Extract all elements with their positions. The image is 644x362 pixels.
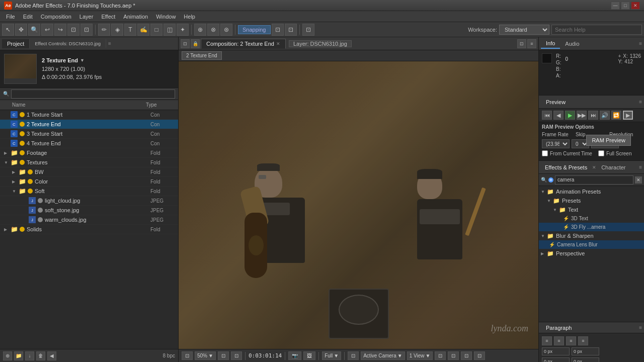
tab-audio[interactable]: Audio — [560, 39, 584, 48]
view-dropdown[interactable]: 1 View ▼ — [407, 351, 433, 360]
effects-group-text[interactable]: ▼ 📁 Text — [539, 205, 644, 214]
comp-tab-2texture-end[interactable]: Composition: 2 Texture End ✕ — [201, 39, 286, 49]
tool-brush[interactable]: ◈ — [111, 24, 123, 36]
snapshot-btn[interactable]: 📷 — [288, 351, 301, 360]
tree-item-solids[interactable]: ▶ 📁 Solids Fold — [0, 225, 178, 234]
tab-effects-presets[interactable]: Effects & Presets — [541, 163, 591, 172]
tool-extra1[interactable]: ⊕ — [194, 24, 206, 36]
minimize-button[interactable]: — — [611, 2, 620, 10]
tab-preview[interactable]: Preview — [541, 98, 571, 107]
tree-item-warm-clouds[interactable]: J warm_clouds.jpg JPEG — [0, 215, 178, 225]
tool-paint[interactable]: ◫ — [164, 24, 176, 36]
viewer-settings-btn[interactable]: ⊡ — [181, 39, 190, 48]
menu-animation[interactable]: Animation — [119, 11, 152, 22]
from-current-check[interactable] — [542, 150, 548, 156]
search-help-input[interactable] — [551, 25, 642, 35]
fit-button[interactable]: ⊡ — [218, 351, 229, 360]
tab-effect-controls[interactable]: Effect Controls: DSCN6310.jpg — [30, 39, 106, 48]
audio-btn[interactable]: 🔊 — [600, 111, 610, 120]
justify-btn[interactable]: ≡ — [578, 336, 588, 345]
nav-back[interactable]: ◀ — [47, 351, 56, 360]
menu-window[interactable]: Window — [152, 11, 180, 22]
tool-snap2[interactable]: ⊡ — [272, 24, 284, 36]
effects-group-blur-sharpen[interactable]: ▼ 📁 Blur & Sharpen — [539, 231, 644, 240]
indent-val-4[interactable]: 0 px — [572, 357, 599, 362]
comp-icon-1[interactable]: ⊡ — [517, 39, 526, 48]
tree-item-4texture-end[interactable]: C 4 Texture End Con — [0, 139, 178, 148]
menu-effect[interactable]: Effect — [97, 11, 119, 22]
tool-extra2[interactable]: ⊗ — [207, 24, 219, 36]
effects-filter-icon[interactable]: ⊕ — [548, 177, 553, 183]
maximize-button[interactable]: □ — [621, 2, 630, 10]
pixel-aspect-btn[interactable]: ⊡ — [231, 351, 242, 360]
tree-item-3texture-start[interactable]: C 3 Texture Start Con — [0, 129, 178, 139]
tab-character[interactable]: Character — [597, 163, 629, 172]
tab-info[interactable]: Info — [541, 39, 560, 49]
project-panel-menu[interactable]: ≡ — [106, 40, 113, 47]
tool-render[interactable]: ⊡ — [67, 24, 79, 36]
workspace-dropdown[interactable]: Standard — [499, 25, 549, 35]
ram-preview-btn[interactable]: ▶ RAM Preview — [623, 111, 633, 120]
comp-tab-close[interactable]: ✕ — [276, 41, 280, 46]
viewer[interactable]: lynda.com — [179, 61, 538, 349]
frame-rate-select[interactable]: (23.98) — [542, 139, 570, 148]
menu-file[interactable]: File — [2, 11, 19, 22]
menu-layer[interactable]: Layer — [75, 11, 98, 22]
viewer-lock-btn[interactable]: 🔒 — [191, 39, 200, 48]
effects-group-perspective[interactable]: ▶ 📁 Perspective — [539, 249, 644, 258]
tool-puppet[interactable]: ✦ — [177, 24, 189, 36]
effects-item-3d-fly-camera[interactable]: ⚡ 3D Fly ...amera — [539, 223, 644, 231]
tool-type[interactable]: T — [124, 24, 136, 36]
tool-undo[interactable]: ↩ — [41, 24, 53, 36]
tree-item-textures[interactable]: ▼ 📁 Textures Fold — [0, 158, 178, 167]
align-center-btn[interactable]: ≡ — [554, 336, 564, 345]
effects-item-camera-lens-blur[interactable]: ⚡ Camera Lens Blur — [539, 240, 644, 249]
time-display[interactable]: 0:03:01:14 — [249, 352, 282, 359]
first-frame-btn[interactable]: ⏮ — [542, 111, 552, 120]
indent-val-3[interactable]: 0 px — [542, 357, 570, 362]
info-panel-menu[interactable]: ≡ — [639, 41, 642, 46]
tool-hand[interactable]: ✍ — [137, 24, 149, 36]
view-render-btn[interactable]: ⊡ — [461, 351, 472, 360]
zoom-dropdown[interactable]: 50% ▼ — [195, 351, 216, 360]
tool-layer-select[interactable]: ⊡ — [302, 24, 314, 36]
import-button[interactable]: ↓ — [25, 351, 34, 360]
menu-help[interactable]: Help — [180, 11, 199, 22]
tree-item-footage[interactable]: ▶ 📁 Footage Fold — [0, 148, 178, 158]
preview-panel-menu[interactable]: ≡ — [639, 99, 642, 105]
play-btn[interactable]: ▶ — [565, 111, 575, 120]
loop-btn[interactable]: 🔁 — [611, 111, 621, 120]
new-folder-button[interactable]: 📁 — [14, 351, 23, 360]
tool-snap3[interactable]: ⊡ — [285, 24, 297, 36]
layer-tab[interactable]: Layer: DSCN6310.jpg — [289, 40, 352, 47]
tool-redo[interactable]: ↪ — [54, 24, 66, 36]
show-snapshot-btn[interactable]: 🖼 — [303, 351, 315, 360]
view-layout-btn[interactable]: ⊡ — [435, 351, 446, 360]
indent-val-2[interactable]: 0 px — [572, 347, 599, 355]
effects-group-presets[interactable]: ▼ 📁 Presets — [539, 196, 644, 205]
effects-search-input[interactable] — [555, 175, 633, 185]
tab-paragraph[interactable]: Paragraph — [541, 323, 577, 332]
full-screen-check[interactable] — [598, 150, 604, 156]
tool-move[interactable]: ✥ — [15, 24, 27, 36]
tool-shape[interactable]: □ — [150, 24, 163, 36]
project-search-input[interactable] — [11, 89, 175, 99]
view-opt-btn[interactable]: ⊡ — [448, 351, 459, 360]
delete-button[interactable]: 🗑 — [36, 351, 45, 360]
indent-val-1[interactable]: 0 px — [542, 347, 570, 355]
snapping-toggle[interactable]: Snapping — [238, 25, 271, 34]
next-frame-btn[interactable]: ▶▶ — [577, 111, 587, 120]
view-3d-btn[interactable]: ⊡ — [474, 351, 485, 360]
tool-select[interactable]: ↖ — [2, 24, 14, 36]
effects-group-animation-presets[interactable]: ▼ 📁 Animation Presets — [539, 187, 644, 196]
tool-pen[interactable]: ✏ — [98, 24, 110, 36]
align-left-btn[interactable]: ≡ — [542, 336, 552, 345]
tab-project[interactable]: Project — [2, 39, 30, 48]
camera-dropdown[interactable]: Active Camera ▼ — [361, 351, 405, 360]
effects-item-3d-text[interactable]: ⚡ 3D Text — [539, 214, 644, 223]
para-panel-menu[interactable]: ≡ — [639, 325, 642, 330]
effects-close[interactable]: ✕ — [592, 165, 596, 170]
effects-clear-btn[interactable]: ✕ — [635, 176, 642, 184]
effects-panel-menu[interactable]: ≡ — [639, 164, 642, 170]
new-comp-button[interactable]: ⊕ — [3, 351, 12, 360]
